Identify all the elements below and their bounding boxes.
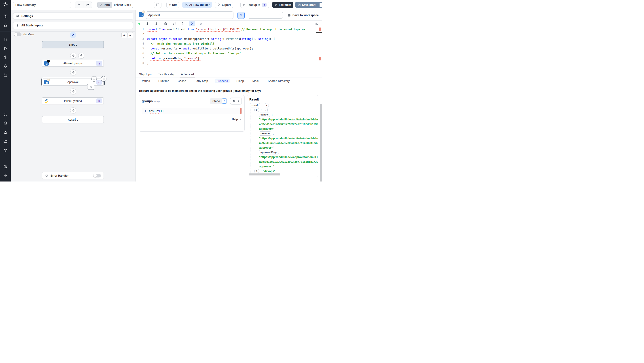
test-flow-button[interactable]: Test flow xyxy=(272,2,293,8)
result-url-text: approver=" xyxy=(258,127,274,131)
panel-vertical-scrollbar[interactable] xyxy=(320,104,322,182)
docs-book-button[interactable] xyxy=(154,2,162,8)
audit-eye-icon[interactable] xyxy=(0,146,11,155)
package-icon[interactable] xyxy=(162,21,168,27)
home-icon[interactable] xyxy=(0,35,11,44)
js-expression-icon[interactable]: ƒ xyxy=(222,99,227,104)
tree-guide xyxy=(250,169,254,173)
graph-node-step-a[interactable]: TS Allowed groups a xyxy=(42,60,104,67)
bug-icon xyxy=(45,174,48,177)
error-handler-row[interactable]: Error Handler xyxy=(42,172,104,179)
plug-icon xyxy=(232,100,236,103)
tree-guide xyxy=(255,136,258,141)
worker-tag-select[interactable] xyxy=(248,12,283,19)
format-tag-icon[interactable] xyxy=(180,21,186,27)
connect-input-button[interactable] xyxy=(230,98,242,105)
result-key-pill[interactable]: 0 xyxy=(254,108,259,112)
result-horizontal-scrollbar[interactable] xyxy=(249,173,280,175)
user-icon[interactable] xyxy=(0,110,11,119)
settings-gear-icon[interactable] xyxy=(0,119,11,128)
subtab-sleep[interactable]: Sleep xyxy=(235,78,246,84)
variables-dollar-icon[interactable] xyxy=(0,53,11,62)
schedules-calendar-icon[interactable] xyxy=(0,71,11,80)
result-key-pill[interactable]: 1 xyxy=(254,169,259,173)
move-step-button[interactable] xyxy=(91,76,97,82)
zoom-in-button[interactable]: + xyxy=(122,32,127,38)
subtab-suspend[interactable]: Suspend xyxy=(215,78,230,84)
variables-dollar-icon[interactable] xyxy=(144,21,150,27)
library-icon[interactable] xyxy=(314,21,320,27)
graph-node-step-b[interactable]: Inline Python3 b xyxy=(42,97,104,104)
delete-step-button[interactable] xyxy=(101,76,106,82)
result-key-pill[interactable]: approvalPage xyxy=(259,150,279,154)
export-button[interactable]: Export xyxy=(215,2,233,8)
code-editor[interactable]: 1import * as wmillClient from "windmill-… xyxy=(136,27,322,71)
resources-cubes-icon[interactable] xyxy=(0,62,11,71)
reload-icon[interactable] xyxy=(171,21,177,27)
add-trigger-button[interactable] xyxy=(78,53,84,59)
graph-node-result[interactable]: Result xyxy=(42,116,104,123)
collapse-toggle[interactable]: - xyxy=(265,103,269,107)
tree-guide xyxy=(250,131,254,136)
flow-summary-input[interactable] xyxy=(13,2,71,8)
error-handler-toggle[interactable] xyxy=(93,174,101,177)
path-control[interactable]: Path u/henri/bes xyxy=(97,2,133,8)
tree-guide xyxy=(255,155,258,159)
tab-step-input[interactable]: Step Input xyxy=(139,71,152,77)
tab-advanced[interactable]: Advanced xyxy=(181,71,194,77)
favorites-star-icon[interactable] xyxy=(0,21,11,30)
tree-guide xyxy=(250,122,254,126)
suspend-phone-button[interactable] xyxy=(238,12,245,19)
tree-guide xyxy=(250,117,254,122)
zoom-out-button[interactable]: − xyxy=(128,32,133,38)
subtab-retries[interactable]: Retries xyxy=(139,78,152,84)
folders-icon[interactable] xyxy=(0,137,11,146)
add-step-button[interactable] xyxy=(70,69,76,75)
subtab-cache[interactable]: Cache xyxy=(176,78,188,84)
result-key-pill[interactable]: cancel xyxy=(259,113,270,117)
ai-flow-builder-button[interactable]: AI Flow Builder xyxy=(182,2,212,8)
step-name-input[interactable] xyxy=(146,12,234,19)
tab-test-this-step[interactable]: Test this step xyxy=(158,71,175,77)
redo-button[interactable] xyxy=(83,2,92,8)
rail-divider xyxy=(0,32,11,32)
resources-dollar-icon[interactable] xyxy=(153,21,160,27)
flow-settings-row[interactable]: Settings xyxy=(13,12,133,20)
test-up-to-button[interactable]: Test up to c xyxy=(240,2,269,8)
workers-robot-icon[interactable] xyxy=(0,128,11,137)
colon: : xyxy=(262,104,262,107)
diff-button[interactable]: ±Diff xyxy=(166,2,179,8)
play-icon xyxy=(243,3,246,6)
ai-wand-off-icon[interactable] xyxy=(198,21,204,27)
windmill-logo-icon[interactable] xyxy=(3,2,8,8)
subtab-early-stop[interactable]: Early Stop xyxy=(193,78,210,84)
language-status-dot xyxy=(138,23,140,25)
static-js-toggle[interactable]: Static ƒ xyxy=(210,98,228,104)
subtab-shared-directory[interactable]: Shared Directory xyxy=(266,78,291,84)
save-draft-button[interactable]: Save draft xyxy=(295,2,322,8)
add-step-button[interactable] xyxy=(70,53,76,59)
groups-expression-editor[interactable]: 1 result[1] xyxy=(142,108,242,114)
ai-graph-wand-button[interactable] xyxy=(70,32,76,38)
editor-scrollbar-thumb[interactable] xyxy=(316,32,322,33)
add-step-button[interactable] xyxy=(70,88,76,95)
add-step-button[interactable] xyxy=(70,107,76,114)
collapse-arrow-icon[interactable] xyxy=(0,171,11,180)
ai-assistant-wand-icon[interactable] xyxy=(189,21,195,27)
runs-play-icon[interactable] xyxy=(0,44,11,53)
help-icon[interactable] xyxy=(0,162,11,171)
save-to-workspace-button[interactable]: Save to workspace xyxy=(287,14,319,17)
result-key-pill[interactable]: resume xyxy=(259,131,271,136)
help-toggle[interactable]: Help xyxy=(142,118,242,121)
graph-node-input[interactable]: Input xyxy=(42,41,104,48)
result-value-line: a3f58d13e212/3963172903/2c77d162d6b17395… xyxy=(249,141,318,145)
undo-button[interactable] xyxy=(75,2,83,8)
collapse-toggle[interactable]: - xyxy=(264,108,268,112)
workspace-icon[interactable] xyxy=(0,12,11,21)
result-key-pill[interactable]: result xyxy=(250,103,260,107)
dataflow-toggle[interactable] xyxy=(14,33,22,36)
subtab-mock[interactable]: Mock xyxy=(251,78,261,84)
suspend-phone-badge[interactable] xyxy=(87,84,94,90)
all-static-inputs-row[interactable]: All Static Inputs xyxy=(13,22,133,29)
subtab-runtime[interactable]: Runtime xyxy=(157,78,170,84)
